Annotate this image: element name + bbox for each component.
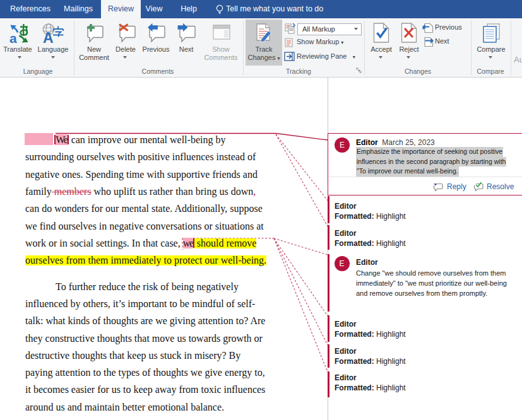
svg-text:A: A	[43, 30, 54, 46]
svg-text:a: a	[9, 31, 17, 45]
